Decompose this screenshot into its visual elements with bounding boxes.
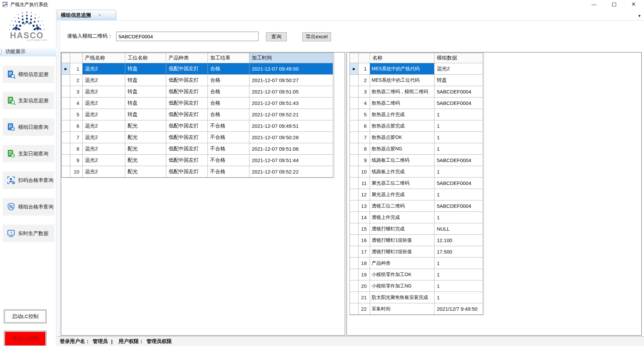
- table-row[interactable]: 22采集时间2021/12/7 9:49:50: [350, 303, 484, 315]
- table-cell[interactable]: 不合格: [208, 143, 249, 155]
- table-cell[interactable]: 5ABCDEF0004: [434, 86, 483, 98]
- table-cell[interactable]: 1: [434, 269, 483, 280]
- row-pointer-icon[interactable]: ▶: [62, 63, 70, 75]
- table-cell[interactable]: 1: [434, 292, 483, 303]
- column-header[interactable]: 加工结果: [208, 53, 249, 63]
- table-cell[interactable]: 远光2: [83, 86, 125, 98]
- table-cell[interactable]: 2021-12-07 09:50:27: [249, 75, 333, 86]
- table-cell[interactable]: 转盘: [125, 109, 166, 120]
- table-row[interactable]: 18产品种类1: [350, 258, 484, 269]
- row-number-cell[interactable]: 6: [359, 120, 370, 132]
- row-number-cell[interactable]: 2: [359, 75, 370, 86]
- table-cell[interactable]: 采集时间: [370, 303, 434, 315]
- row-number-cell[interactable]: 13: [359, 200, 370, 212]
- table-cell[interactable]: 远光2: [83, 132, 125, 143]
- row-number-cell[interactable]: 20: [359, 280, 370, 292]
- table-cell[interactable]: 散热器二维码: [370, 98, 434, 109]
- table-cell[interactable]: 2021-12-07 09:51:43: [249, 98, 333, 109]
- table-cell[interactable]: 2021-12-07 09:49:51: [249, 120, 333, 132]
- row-selector-cell[interactable]: [350, 109, 359, 120]
- table-cell[interactable]: 5ABCDEF0004: [434, 155, 483, 166]
- table-cell[interactable]: 合格: [208, 98, 249, 109]
- table-cell[interactable]: 转盘: [125, 98, 166, 109]
- table-cell[interactable]: 透镜上件完成: [370, 212, 434, 223]
- table-cell[interactable]: 低配中国左灯: [166, 166, 208, 178]
- table-cell[interactable]: 低配中国左灯: [166, 75, 208, 86]
- table-cell[interactable]: 2021/12/7 9:49:50: [434, 303, 483, 315]
- table-cell[interactable]: 不合格: [208, 155, 249, 166]
- table-cell[interactable]: 线路板上件完成: [370, 166, 434, 178]
- table-cell[interactable]: 散热器点胶NG: [370, 143, 434, 155]
- table-cell[interactable]: 散热器点胶完成: [370, 120, 434, 132]
- table-cell[interactable]: NULL: [434, 223, 483, 235]
- table-row[interactable]: 5远光2转盘低配中国左灯合格2021-12-07 09:52:21: [62, 109, 334, 120]
- table-cell[interactable]: 配光: [125, 120, 166, 132]
- tab-module-trace[interactable]: 模组信息追溯 ×: [57, 10, 116, 20]
- row-number-cell[interactable]: 6: [70, 120, 83, 132]
- stop-lc-button[interactable]: 停止LC控制: [4, 331, 46, 346]
- export-excel-button[interactable]: 导出excel: [302, 32, 331, 41]
- table-cell[interactable]: 远光2: [83, 120, 125, 132]
- table-row[interactable]: 3远光2转盘低配中国左灯合格2021-12-07 09:51:05: [62, 86, 334, 98]
- row-selector-cell[interactable]: [350, 303, 359, 315]
- table-cell[interactable]: 不合格: [208, 120, 249, 132]
- table-row[interactable]: 9远光2配光低配中国左灯不合格2021-12-07 09:51:44: [62, 155, 334, 166]
- sidebar-item-3-doc-clock-green[interactable]: 支架日期查询: [3, 145, 54, 162]
- row-selector-cell[interactable]: [350, 258, 359, 269]
- table-cell[interactable]: 低配中国左灯: [166, 120, 208, 132]
- column-header[interactable]: 工位名称: [125, 53, 166, 63]
- row-number-cell[interactable]: 18: [359, 258, 370, 269]
- row-number-cell[interactable]: 7: [359, 132, 370, 143]
- table-row[interactable]: 6远光2配光低配中国左灯不合格2021-12-07 09:49:51: [62, 120, 334, 132]
- qr-code-input[interactable]: [116, 32, 259, 41]
- table-row[interactable]: 8散热器点胶NG1: [350, 143, 484, 155]
- table-cell[interactable]: 透镜打螺钉1扭矩值: [370, 235, 434, 246]
- table-row[interactable]: 9线路板工位二维码5ABCDEF0004: [350, 155, 484, 166]
- table-row[interactable]: 11聚光器工位二维码5ABCDEF0004: [350, 178, 484, 189]
- table-row[interactable]: 2远光2转盘低配中国左灯合格2021-12-07 09:50:27: [62, 75, 334, 86]
- sidebar-item-5-shield-percent[interactable]: 模组合格率查询: [3, 198, 54, 216]
- table-row[interactable]: 8远光2配光低配中国左灯不合格2021-12-07 09:51:06: [62, 143, 334, 155]
- row-number-cell[interactable]: 4: [70, 98, 83, 109]
- row-number-cell[interactable]: 19: [359, 269, 370, 280]
- table-row[interactable]: 12聚光器上件完成1: [350, 189, 484, 200]
- row-selector-cell[interactable]: [62, 98, 70, 109]
- table-row[interactable]: 4远光2转盘低配中国左灯合格2021-12-07 09:51:43: [62, 98, 334, 109]
- row-selector-cell[interactable]: [350, 292, 359, 303]
- table-cell[interactable]: 1: [434, 189, 483, 200]
- table-cell[interactable]: 合格: [208, 86, 249, 98]
- row-number-cell[interactable]: 2: [70, 75, 83, 86]
- sidebar-item-4-scan-person[interactable]: 扫码合格率查询: [3, 171, 54, 189]
- table-cell[interactable]: 远光2: [83, 143, 125, 155]
- table-cell[interactable]: 合格: [208, 75, 249, 86]
- row-selector-cell[interactable]: [62, 166, 70, 178]
- table-cell[interactable]: 5ABCDEF0004: [434, 178, 483, 189]
- table-cell[interactable]: 配光: [125, 132, 166, 143]
- table-row[interactable]: 16透镜打螺钉1扭矩值12.100: [350, 235, 484, 246]
- row-number-cell[interactable]: 21: [359, 292, 370, 303]
- table-cell[interactable]: 1: [434, 120, 483, 132]
- table-cell[interactable]: 透镜打螺钉2扭矩值: [370, 246, 434, 258]
- table-cell[interactable]: 透镜打螺钉完成: [370, 223, 434, 235]
- table-cell[interactable]: 2021-12-07 09:49:50: [249, 63, 333, 75]
- table-cell[interactable]: 不合格: [208, 132, 249, 143]
- row-selector-cell[interactable]: [350, 166, 359, 178]
- row-selector-header[interactable]: [350, 53, 359, 63]
- table-cell[interactable]: 小模组零件加工NG: [370, 280, 434, 292]
- row-selector-cell[interactable]: [350, 75, 359, 86]
- restore-button[interactable]: [608, 0, 620, 8]
- row-number-cell[interactable]: 9: [70, 155, 83, 166]
- table-cell[interactable]: 透镜工位二维码: [370, 200, 434, 212]
- table-row[interactable]: 7远光2配光低配中国左灯不合格2021-12-07 09:50:28: [62, 132, 334, 143]
- row-number-cell[interactable]: 1: [70, 63, 83, 75]
- table-row[interactable]: 5散热器上件完成1: [350, 109, 484, 120]
- row-number-cell[interactable]: 1: [359, 63, 370, 75]
- row-selector-cell[interactable]: [62, 132, 70, 143]
- table-cell[interactable]: 低配中国左灯: [166, 155, 208, 166]
- column-header[interactable]: 名称: [370, 53, 434, 63]
- table-cell[interactable]: 线路板工位二维码: [370, 155, 434, 166]
- table-cell[interactable]: 合格: [208, 63, 249, 75]
- table-row[interactable]: 19小模组零件加工OK1: [350, 269, 484, 280]
- sidebar-section-header[interactable]: 功能展示: [0, 47, 56, 56]
- sidebar-item-2-doc-clock-blue[interactable]: 模组日期查询: [3, 118, 54, 136]
